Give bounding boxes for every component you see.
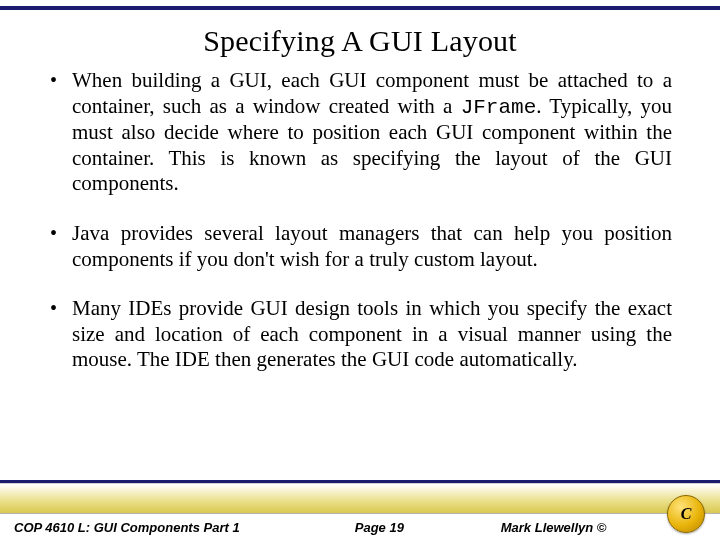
bullet-text-pre: Java provides several layout managers th… <box>72 221 672 271</box>
bullet-item: Java provides several layout managers th… <box>48 221 672 272</box>
footer-left: COP 4610 L: GUI Components Part 1 <box>14 520 318 535</box>
footer-page: Page 19 <box>318 520 442 535</box>
footer-gradient <box>0 483 720 513</box>
footer-author: Mark Llewellyn © <box>441 520 666 535</box>
footer-logo-wrap: C <box>666 495 706 533</box>
slide-title: Specifying A GUI Layout <box>0 10 720 68</box>
bullet-text-pre: Many IDEs provide GUI design tools in wh… <box>72 296 672 371</box>
ucf-logo-icon: C <box>667 495 705 533</box>
slide-body: When building a GUI, each GUI component … <box>0 68 720 540</box>
bullet-list: When building a GUI, each GUI component … <box>48 68 672 373</box>
bullet-item: When building a GUI, each GUI component … <box>48 68 672 197</box>
code-literal: JFrame <box>461 96 537 119</box>
slide-footer: COP 4610 L: GUI Components Part 1 Page 1… <box>0 480 720 540</box>
slide: Specifying A GUI Layout When building a … <box>0 0 720 540</box>
bullet-item: Many IDEs provide GUI design tools in wh… <box>48 296 672 373</box>
footer-bar: COP 4610 L: GUI Components Part 1 Page 1… <box>0 513 720 540</box>
